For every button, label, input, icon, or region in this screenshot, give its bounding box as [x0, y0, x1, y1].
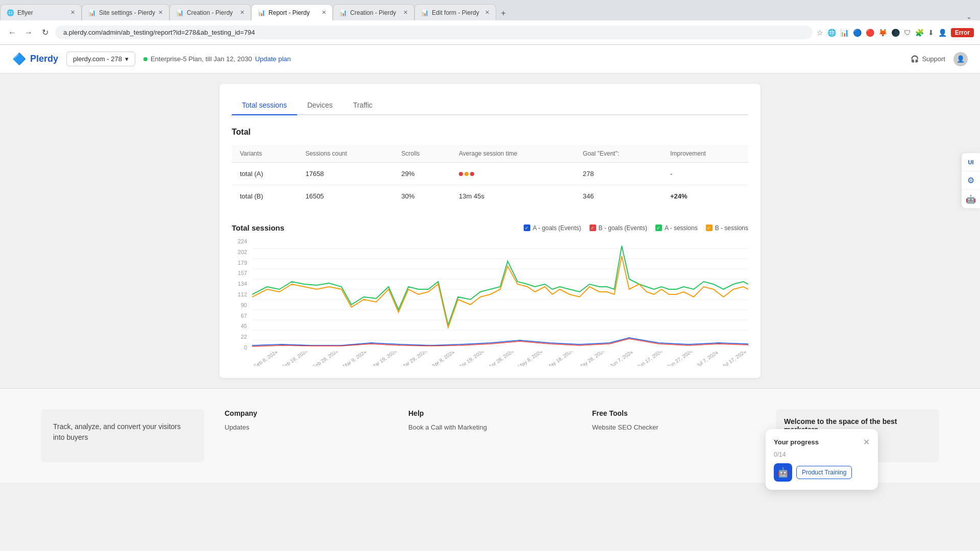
- tab-site-settings[interactable]: 📊 Site settings - Pierdy ✕: [82, 4, 169, 20]
- bot-robot-icon: 🤖: [777, 467, 789, 478]
- tab-label: Site settings - Pierdy: [99, 9, 155, 16]
- download-icon[interactable]: ⬇: [928, 29, 934, 37]
- sidebar-bot-button[interactable]: 🤖: [962, 190, 980, 208]
- x-label-12: May 28, 2024: [577, 352, 606, 366]
- browser-chrome: 🌐 Eflyer ✕ 📊 Site settings - Pierdy ✕ 📊 …: [0, 0, 980, 45]
- legend-label-b-goals: B - goals (Events): [599, 224, 647, 232]
- cell-scrolls-b: 30%: [393, 185, 451, 208]
- tab-icon: 📊: [88, 9, 96, 16]
- headset-icon: 🎧: [911, 55, 919, 63]
- tab-close-site-settings[interactable]: ✕: [158, 9, 163, 16]
- x-label-4: Mar 9, 2024: [342, 352, 368, 366]
- tab-label: Creation - Pierdy: [187, 9, 233, 16]
- right-sidebar: UI ⚙ 🤖: [961, 153, 980, 208]
- tab-devices[interactable]: Devices: [297, 96, 343, 115]
- col-header-avg-time: Average session time: [451, 145, 575, 163]
- tab-icon: 📊: [176, 9, 184, 16]
- chart-title: Total sessions: [232, 223, 284, 232]
- section-title: Total: [232, 128, 748, 137]
- footer-help-title: Help: [408, 409, 572, 417]
- tab-close-report[interactable]: ✕: [322, 9, 326, 16]
- x-label-7: Apr 8, 2024: [431, 352, 456, 366]
- cell-improvement-b: +24%: [662, 185, 748, 208]
- back-button[interactable]: ←: [6, 28, 18, 37]
- chart-header: Total sessions ✓ A - goals (Events) ✓ B …: [232, 223, 748, 232]
- address-bar: ← → ↻ ☆ 🌐 📊 🔵 🔴 🦊 🌑 🛡 🧩 ⬇ 👤 Error: [0, 20, 980, 45]
- footer-company: Company Updates: [225, 409, 388, 462]
- footer-link-updates[interactable]: Updates: [225, 423, 388, 431]
- x-label-17: Jul 17, 2024: [721, 352, 747, 366]
- tab-eflyer[interactable]: 🌐 Eflyer ✕: [0, 4, 82, 20]
- table-row: total (A) 17658 29% 278 -: [232, 163, 748, 185]
- legend-checkbox-a-sessions: ✓: [655, 224, 662, 231]
- maximize-icon[interactable]: ⌄: [966, 13, 972, 20]
- chart-section: Total sessions ✓ A - goals (Events) ✓ B …: [232, 223, 748, 366]
- tab-report[interactable]: 📊 Report - Pierdy ✕: [251, 4, 333, 20]
- profile-icon[interactable]: 👤: [938, 29, 947, 37]
- tab-navigation: Total sessions Devices Traffic: [232, 96, 748, 115]
- x-label-6: Mar 29, 2024: [401, 352, 429, 366]
- y-label-0: 0: [232, 344, 247, 350]
- cell-goal-a: 278: [575, 163, 662, 185]
- legend-item-b-sessions: ✓ B - sessions: [706, 224, 748, 232]
- bookmark-star-icon[interactable]: ☆: [817, 29, 823, 37]
- legend-checkbox-b-goals: ✓: [590, 224, 596, 231]
- chart-legend: ✓ A - goals (Events) ✓ B - goals (Events…: [524, 224, 748, 232]
- product-training-button[interactable]: Product Training: [796, 466, 852, 479]
- footer-company-title: Company: [225, 409, 388, 417]
- reload-button[interactable]: ↻: [39, 28, 51, 37]
- tab-close-creation-2[interactable]: ✕: [403, 9, 408, 16]
- y-label-22: 22: [232, 334, 247, 340]
- new-tab-button[interactable]: +: [496, 6, 510, 20]
- legend-item-a-sessions: ✓ A - sessions: [655, 224, 698, 232]
- y-label-179: 179: [232, 260, 247, 266]
- cell-goal-b: 346: [575, 185, 662, 208]
- x-axis: Feb 8, 2024 Feb 18, 2024 Feb 28, 2024 Ma…: [252, 352, 748, 366]
- tab-close-eflyer[interactable]: ✕: [70, 9, 75, 16]
- progress-widget-close[interactable]: ✕: [863, 437, 870, 447]
- progress-widget: Your progress ✕ 0/14 🤖 Product Training: [766, 429, 878, 490]
- chrome-icon: 🔵: [853, 29, 862, 37]
- y-label-67: 67: [232, 313, 247, 319]
- globe-icon: 🌐: [827, 29, 836, 37]
- lastpass-icon: 🔴: [866, 29, 874, 37]
- footer-track-text: Track, analyze, and convert your visitor…: [41, 409, 204, 462]
- tab-close-edit-form[interactable]: ✕: [485, 9, 489, 16]
- col-header-goal: Goal "Event":: [575, 145, 662, 163]
- progress-widget-header: Your progress ✕: [774, 437, 870, 447]
- forward-button[interactable]: →: [22, 28, 35, 37]
- address-input[interactable]: [55, 26, 813, 39]
- tab-close-creation-1[interactable]: ✕: [240, 9, 244, 16]
- footer-link-seo-checker[interactable]: Website SEO Checker: [592, 423, 755, 431]
- shield-icon: 🛡: [904, 29, 911, 37]
- tab-creation-2[interactable]: 📊 Creation - Pierdy ✕: [333, 4, 414, 20]
- col-header-variants: Variants: [232, 145, 297, 163]
- x-label-14: Jun 17, 2024: [636, 352, 664, 366]
- extension1-icon: 🦊: [878, 29, 887, 37]
- legend-checkbox-b-sessions: ✓: [706, 224, 713, 231]
- site-selector[interactable]: plerdy.com - 278 ▾: [66, 52, 135, 66]
- tab-total-sessions[interactable]: Total sessions: [232, 96, 297, 115]
- y-axis: 0 22 45 67 90 112 134 157 179 202 224: [232, 238, 250, 350]
- footer-help: Help Book a Call with Marketing: [408, 409, 572, 462]
- update-plan-link[interactable]: Update plan: [255, 55, 291, 63]
- plan-badge: Enterprise-5 Plan, till Jan 12, 2030 Upd…: [143, 55, 291, 63]
- col-header-sessions: Sessions count: [297, 145, 393, 163]
- content-card: Total sessions Devices Traffic Total Var…: [219, 84, 761, 378]
- user-avatar[interactable]: 👤: [953, 52, 968, 66]
- cell-avg-time-b: 13m 45s: [451, 185, 575, 208]
- support-button[interactable]: 🎧 Support: [911, 55, 945, 63]
- sidebar-ui-button[interactable]: UI: [962, 153, 980, 171]
- tab-creation-1[interactable]: 📊 Creation - Pierdy ✕: [169, 4, 251, 20]
- progress-bot-area: 🤖 Product Training: [774, 463, 870, 482]
- sidebar-settings-button[interactable]: ⚙: [962, 171, 980, 190]
- tab-edit-form[interactable]: 📊 Edit form - Pierdy ✕: [414, 4, 496, 20]
- tab-traffic[interactable]: Traffic: [343, 96, 383, 115]
- footer-free-tools-title: Free Tools: [592, 409, 755, 417]
- progress-widget-count: 0/14: [774, 451, 870, 458]
- footer-link-book-call[interactable]: Book a Call with Marketing: [408, 423, 572, 431]
- x-label-8: Apr 19, 2024: [458, 352, 485, 366]
- legend-checkbox-a-goals: ✓: [524, 224, 530, 231]
- legend-label-b-sessions: B - sessions: [715, 224, 748, 232]
- cell-improvement-a: -: [662, 163, 748, 185]
